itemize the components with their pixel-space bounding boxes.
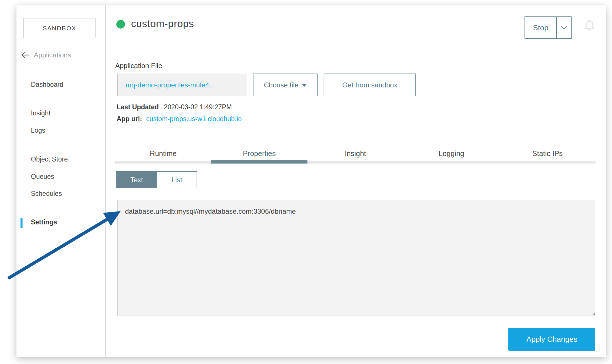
sidebar-item-dashboard[interactable]: Dashboard bbox=[31, 80, 64, 89]
tab-properties[interactable]: Properties bbox=[211, 149, 307, 158]
choose-file-button[interactable]: Choose file bbox=[253, 74, 318, 96]
properties-textarea[interactable]: database.url=db:mysql//mydatabase.com:33… bbox=[117, 200, 595, 316]
application-file-name: mq-demo-properties-mule4... bbox=[117, 74, 247, 96]
file-name-text: mq-demo-properties-mule4... bbox=[126, 81, 215, 89]
view-mode-list[interactable]: List bbox=[156, 171, 197, 188]
stop-dropdown-toggle[interactable] bbox=[556, 17, 571, 38]
app-url-label: App url: bbox=[117, 115, 142, 123]
sidebar-item-logs[interactable]: Logs bbox=[31, 126, 45, 135]
chevron-down-icon bbox=[561, 26, 567, 30]
settings-tab-bar: Runtime Properties Insight Logging Stati… bbox=[115, 149, 596, 158]
sidebar-item-schedules[interactable]: Schedules bbox=[31, 189, 62, 198]
app-url-link[interactable]: custom-props.us-w1.cloudhub.io bbox=[146, 115, 242, 123]
environment-label: SANDBOX bbox=[43, 25, 76, 32]
application-file-label: Application File bbox=[115, 62, 162, 70]
stop-split-button: Stop bbox=[525, 16, 572, 39]
back-to-applications[interactable]: Applications bbox=[21, 50, 71, 60]
tab-active-underline bbox=[211, 160, 307, 164]
get-from-sandbox-button[interactable]: Get from sandbox bbox=[324, 74, 416, 96]
caret-down-icon bbox=[302, 84, 307, 87]
last-updated-label: Last Updated bbox=[117, 103, 159, 111]
sidebar-item-object-store[interactable]: Object Store bbox=[31, 155, 68, 164]
status-running-dot bbox=[116, 20, 125, 29]
last-updated-value: 2020-03-02 1:49:27PM bbox=[164, 103, 232, 111]
tab-logging[interactable]: Logging bbox=[403, 149, 499, 158]
app-settings-card: SANDBOX Applications Dashboard Insight L… bbox=[16, 5, 606, 357]
back-label: Applications bbox=[34, 51, 71, 59]
tab-insight[interactable]: Insight bbox=[307, 149, 404, 158]
tab-static-ips[interactable]: Static IPs bbox=[499, 149, 596, 158]
application-file-row: mq-demo-properties-mule4... Choose file … bbox=[117, 74, 416, 96]
active-item-indicator bbox=[20, 218, 23, 228]
tab-runtime[interactable]: Runtime bbox=[115, 149, 211, 158]
arrow-left-icon bbox=[21, 52, 30, 59]
page-title: custom-props bbox=[131, 18, 194, 29]
last-updated-row: Last Updated 2020-03-02 1:49:27PM bbox=[117, 103, 232, 111]
sidebar-divider bbox=[105, 5, 106, 357]
sidebar-item-insight[interactable]: Insight bbox=[31, 108, 51, 118]
apply-changes-button[interactable]: Apply Changes bbox=[508, 328, 595, 351]
sidebar-item-queues[interactable]: Queues bbox=[31, 172, 54, 181]
sidebar-item-settings[interactable]: Settings bbox=[31, 217, 57, 227]
view-mode-text[interactable]: Text bbox=[116, 171, 156, 188]
stop-button[interactable]: Stop bbox=[525, 17, 556, 38]
notifications-bell-icon[interactable] bbox=[583, 18, 596, 33]
tab-underline-track bbox=[115, 161, 596, 164]
app-url-row: App url: custom-props.us-w1.cloudhub.io bbox=[117, 115, 242, 123]
environment-selector[interactable]: SANDBOX bbox=[23, 18, 96, 38]
properties-view-toggle: Text List bbox=[116, 171, 197, 188]
choose-file-label: Choose file bbox=[264, 81, 298, 89]
